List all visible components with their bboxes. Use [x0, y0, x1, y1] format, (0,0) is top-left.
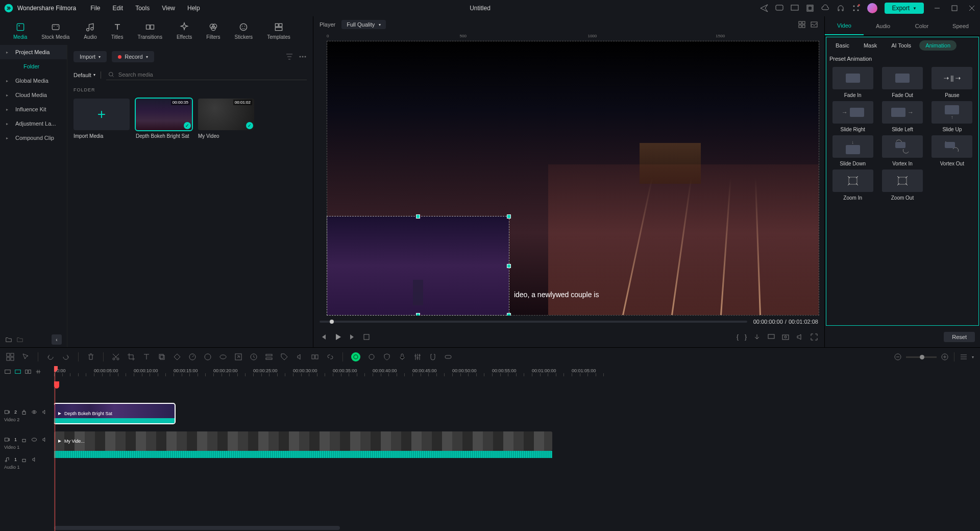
redo-icon[interactable]: [62, 353, 70, 361]
anim-pause[interactable]: ⇢ || ⇢Pause: [929, 67, 975, 98]
media-clip-item[interactable]: 00:01:02 ✓ My Video: [198, 99, 254, 139]
sidebar-cloud-media[interactable]: ▸Cloud Media: [0, 88, 67, 102]
image-icon[interactable]: [810, 20, 818, 29]
anim-slide-up[interactable]: ↑Slide Up: [929, 101, 975, 132]
anim-vortex-in[interactable]: Vortex In: [879, 135, 925, 166]
toggle-d-icon[interactable]: [35, 368, 42, 375]
volume-icon[interactable]: [796, 333, 804, 341]
tab-transitions[interactable]: Transitions: [130, 19, 169, 43]
text-icon[interactable]: [142, 353, 151, 361]
display-icon[interactable]: [767, 333, 775, 341]
scrub-bar[interactable]: 00:00:00:00 / 00:01:02:08: [320, 317, 818, 327]
snap-icon[interactable]: [429, 353, 437, 361]
view-list-icon[interactable]: [960, 353, 968, 361]
tag-icon[interactable]: [280, 353, 288, 361]
lock-icon[interactable]: [21, 409, 27, 415]
render-indicator[interactable]: [351, 352, 360, 361]
apps-icon[interactable]: [852, 4, 860, 12]
media-clip-item[interactable]: 00:00:35 ✓ Depth Bokeh Bright Sat: [136, 99, 192, 139]
tab-filters[interactable]: Filters: [199, 19, 227, 43]
tab-stock[interactable]: Stock Media: [34, 19, 77, 43]
timeline-ruler[interactable]: 00:0000:00:05:0000:00:10:0000:00:15:0000…: [54, 366, 980, 377]
tab-titles[interactable]: Titles: [104, 19, 131, 43]
menu-tools[interactable]: Tools: [135, 5, 150, 12]
detach-icon[interactable]: [234, 353, 242, 361]
tab-video[interactable]: Video: [825, 16, 864, 35]
play-icon[interactable]: [334, 333, 342, 341]
keyframe-icon[interactable]: [173, 353, 181, 361]
clock-icon[interactable]: [250, 353, 258, 361]
delete-icon[interactable]: [87, 353, 95, 361]
send-icon[interactable]: [760, 4, 768, 12]
import-media-item[interactable]: + Import Media: [74, 99, 130, 139]
anim-fade-in[interactable]: Fade In: [829, 67, 876, 98]
stop-icon[interactable]: [362, 333, 371, 341]
sidebar-global-media[interactable]: ▸Global Media: [0, 74, 67, 88]
track-audio1[interactable]: [54, 457, 980, 469]
track-head-audio1[interactable]: 1 Audio 1: [0, 457, 54, 469]
link2-icon[interactable]: [444, 353, 452, 361]
cloud-icon[interactable]: [821, 4, 829, 12]
speed-icon[interactable]: [188, 353, 197, 361]
tab-effects[interactable]: Effects: [169, 19, 199, 43]
lock-icon[interactable]: [21, 456, 27, 463]
mixer-icon[interactable]: [413, 353, 422, 361]
mark-in-icon[interactable]: {: [737, 333, 739, 341]
playhead[interactable]: [55, 366, 55, 531]
link-icon[interactable]: [326, 353, 334, 361]
search-input[interactable]: [118, 71, 305, 78]
anim-zoom-in[interactable]: Zoom In: [829, 170, 876, 201]
sidebar-adjustment[interactable]: ▸Adjustment La...: [0, 116, 67, 131]
mask-icon[interactable]: [219, 353, 227, 361]
tab-templates[interactable]: Templates: [260, 19, 298, 43]
fullscreen-icon[interactable]: [810, 333, 818, 341]
mute-icon[interactable]: [31, 456, 37, 463]
track-icon[interactable]: [265, 353, 273, 361]
cut-icon[interactable]: [112, 353, 120, 361]
toggle-b-icon[interactable]: [14, 368, 21, 375]
record-icon[interactable]: [368, 353, 376, 361]
chat-icon[interactable]: [775, 4, 783, 12]
tab-audio[interactable]: Audio: [77, 19, 104, 43]
mute-icon[interactable]: [41, 409, 47, 415]
user-avatar[interactable]: [867, 3, 877, 13]
eye-icon[interactable]: [31, 437, 37, 443]
mark-out-icon[interactable]: }: [745, 333, 747, 341]
tab-stickers[interactable]: Stickers: [228, 19, 260, 43]
track-head-video2[interactable]: 2 Video 2: [0, 402, 54, 429]
anim-fade-out[interactable]: Fade Out: [879, 67, 925, 98]
tab-media[interactable]: Media: [6, 19, 34, 43]
anim-vortex-out[interactable]: Vortex Out: [929, 135, 975, 166]
sidebar-compound[interactable]: ▸Compound Clip: [0, 131, 67, 145]
undo-icon[interactable]: [46, 353, 55, 361]
sidebar-project-media[interactable]: ▸Project Media: [0, 45, 67, 59]
sort-dropdown[interactable]: Default▾: [74, 72, 95, 78]
subtab-mask[interactable]: Mask: [857, 40, 883, 51]
mic-icon[interactable]: [398, 353, 406, 361]
reset-button[interactable]: Reset: [944, 332, 975, 342]
toggle-c-icon[interactable]: [24, 368, 32, 375]
pip-overlay[interactable]: [327, 216, 509, 315]
screen-icon[interactable]: [791, 4, 799, 12]
minimize-button[interactable]: [933, 4, 941, 12]
grid-icon[interactable]: [798, 20, 806, 29]
menu-edit[interactable]: Edit: [113, 5, 124, 12]
subtab-animation[interactable]: Animation: [919, 40, 957, 51]
preview-canvas[interactable]: ideo, a newlywed couple is: [327, 41, 819, 316]
mute-icon[interactable]: [41, 437, 47, 443]
marker-down-icon[interactable]: [753, 333, 761, 341]
record-button[interactable]: Record▾: [112, 51, 154, 62]
track-video1[interactable]: My Vide...: [54, 429, 980, 457]
color-icon[interactable]: [204, 353, 212, 361]
close-button[interactable]: [968, 4, 976, 12]
anim-slide-down[interactable]: ↓Slide Down: [829, 135, 876, 166]
collapse-sidebar-button[interactable]: ‹: [52, 334, 62, 345]
more-icon[interactable]: [299, 53, 307, 61]
menu-file[interactable]: File: [90, 5, 100, 12]
anim-slide-right[interactable]: →Slide Right: [829, 101, 876, 132]
clip-my-video[interactable]: My Vide...: [54, 431, 552, 451]
maximize-button[interactable]: [950, 4, 959, 12]
zoom-slider[interactable]: [906, 356, 937, 358]
eye-icon[interactable]: [31, 409, 37, 415]
zoom-in-icon[interactable]: [941, 353, 949, 361]
